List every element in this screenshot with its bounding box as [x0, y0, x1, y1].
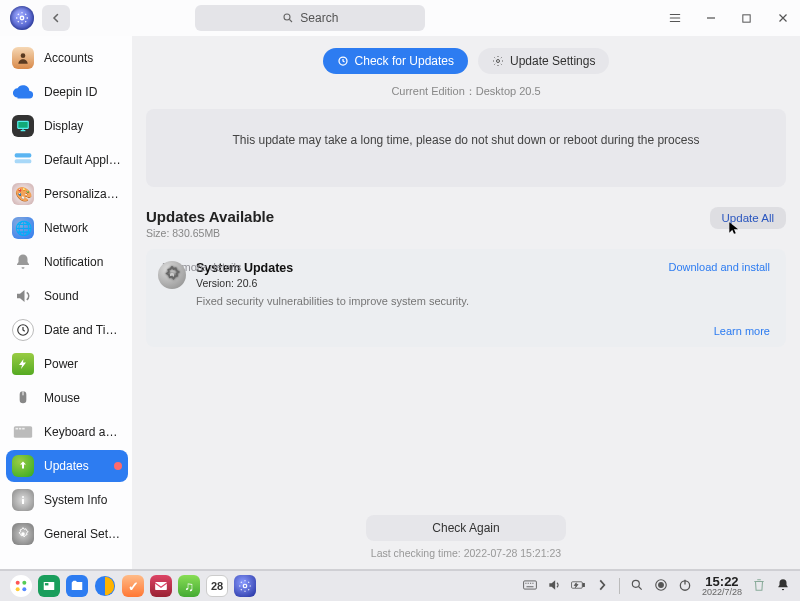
svg-rect-10 — [16, 428, 19, 430]
accounts-icon — [12, 47, 34, 69]
sidebar-item-power[interactable]: Power — [6, 348, 128, 380]
taskbar: ✓ ♫ 28 15:22 2022/7/28 — [0, 570, 800, 601]
tray-power-icon[interactable] — [678, 578, 692, 595]
clock-icon — [12, 319, 34, 341]
maximize-button[interactable] — [740, 11, 754, 25]
update-item-version: Version: 20.6 — [196, 277, 770, 289]
main-panel: Check for Updates Update Settings Curren… — [132, 36, 800, 569]
tray-notifications-icon[interactable] — [776, 578, 790, 595]
sidebar-item-date-time[interactable]: Date and Time — [6, 314, 128, 346]
last-check-text: Last checking time: 2022-07-28 15:21:23 — [371, 547, 561, 559]
tray-battery-icon[interactable] — [571, 578, 585, 595]
svg-rect-13 — [22, 496, 24, 498]
svg-rect-24 — [45, 583, 49, 585]
svg-rect-4 — [18, 121, 29, 128]
hamburger-menu-icon[interactable] — [668, 11, 682, 25]
cloud-icon — [12, 81, 34, 103]
download-install-link[interactable]: Download and install — [668, 261, 770, 273]
globe-icon: 🌐 — [12, 217, 34, 239]
svg-point-1 — [284, 14, 290, 20]
app-store-button[interactable]: ✓ — [122, 575, 144, 597]
svg-rect-26 — [155, 582, 167, 590]
bell-icon — [12, 251, 34, 273]
sidebar-item-default-apps[interactable]: Default Applica... — [6, 144, 128, 176]
search-icon — [282, 12, 294, 24]
sidebar-item-mouse[interactable]: Mouse — [6, 382, 128, 414]
svg-rect-6 — [15, 159, 32, 163]
launcher-button[interactable] — [10, 575, 32, 597]
system-updates-card: For more details System Updates Version:… — [146, 249, 786, 347]
check-updates-button[interactable]: Check for Updates — [323, 48, 468, 74]
svg-point-19 — [16, 581, 20, 585]
titlebar: Search — [0, 0, 800, 36]
refresh-icon — [337, 55, 349, 67]
svg-point-21 — [16, 587, 20, 591]
svg-point-17 — [497, 60, 500, 63]
svg-rect-28 — [524, 580, 537, 588]
check-again-button[interactable]: Check Again — [366, 515, 566, 541]
svg-point-20 — [22, 581, 26, 585]
multitask-button[interactable] — [38, 575, 60, 597]
svg-rect-12 — [22, 428, 25, 430]
browser-button[interactable] — [94, 575, 116, 597]
updates-icon — [12, 455, 34, 477]
keyboard-icon — [12, 421, 34, 443]
mouse-icon — [12, 387, 34, 409]
sidebar-item-deepin-id[interactable]: Deepin ID — [6, 76, 128, 108]
monitor-icon — [12, 115, 34, 137]
svg-rect-2 — [743, 14, 750, 21]
tray-trash-icon[interactable] — [752, 578, 766, 595]
close-button[interactable] — [776, 11, 790, 25]
update-settings-button[interactable]: Update Settings — [478, 48, 609, 74]
sidebar-item-display[interactable]: Display — [6, 110, 128, 142]
control-center-button[interactable] — [234, 575, 256, 597]
sidebar-item-system-info[interactable]: System Info — [6, 484, 128, 516]
gear-icon — [12, 523, 34, 545]
update-warning-text: This update may take a long time, please… — [146, 109, 786, 187]
sidebar-item-updates[interactable]: Updates — [6, 450, 128, 482]
svg-rect-11 — [19, 428, 21, 430]
sidebar-item-sound[interactable]: Sound — [6, 280, 128, 312]
svg-point-31 — [632, 580, 639, 587]
sidebar-item-notification[interactable]: Notification — [6, 246, 128, 278]
svg-point-22 — [22, 587, 26, 591]
mail-button[interactable] — [150, 575, 172, 597]
sidebar-item-accounts[interactable]: Accounts — [6, 42, 128, 74]
file-manager-button[interactable] — [66, 575, 88, 597]
apps-icon — [12, 149, 34, 171]
tray-clock[interactable]: 15:22 2022/7/28 — [702, 575, 742, 597]
control-center-window: Search Accounts Deepin ID Display — [0, 0, 800, 570]
minimize-button[interactable] — [704, 11, 718, 25]
update-topbar: Check for Updates Update Settings — [146, 48, 786, 74]
calendar-button[interactable]: 28 — [206, 575, 228, 597]
sidebar-item-keyboard[interactable]: Keyboard and ... — [6, 416, 128, 448]
back-button[interactable] — [42, 5, 70, 31]
tray-screenshot-icon[interactable] — [654, 578, 668, 595]
svg-rect-14 — [22, 499, 24, 504]
tray-expand-icon[interactable] — [595, 578, 609, 595]
search-placeholder: Search — [300, 11, 338, 25]
tray-search-icon[interactable] — [630, 578, 644, 595]
tray-keyboard-icon[interactable] — [523, 578, 537, 595]
system-info-icon — [12, 489, 34, 511]
search-input[interactable]: Search — [195, 5, 425, 31]
sound-icon — [12, 285, 34, 307]
tray-volume-icon[interactable] — [547, 578, 561, 595]
current-edition-text: Current Edition：Desktop 20.5 — [146, 84, 786, 99]
settings-logo-icon — [10, 6, 34, 30]
system-updates-icon — [158, 261, 186, 289]
update-all-button[interactable]: Update All — [710, 207, 786, 229]
sidebar-item-general-settings[interactable]: General Settings — [6, 518, 128, 550]
battery-icon — [12, 353, 34, 375]
sidebar: Accounts Deepin ID Display Default Appli… — [0, 36, 132, 569]
svg-point-27 — [243, 584, 247, 588]
sidebar-item-personalization[interactable]: 🎨 Personalization — [6, 178, 128, 210]
svg-point-3 — [21, 53, 26, 58]
svg-rect-30 — [583, 583, 585, 586]
svg-point-0 — [20, 16, 24, 20]
svg-rect-5 — [15, 153, 32, 157]
learn-more-link[interactable]: Learn more — [714, 325, 770, 337]
updates-available-heading: Updates Available Size: 830.65MB — [146, 208, 274, 239]
sidebar-item-network[interactable]: 🌐 Network — [6, 212, 128, 244]
music-button[interactable]: ♫ — [178, 575, 200, 597]
